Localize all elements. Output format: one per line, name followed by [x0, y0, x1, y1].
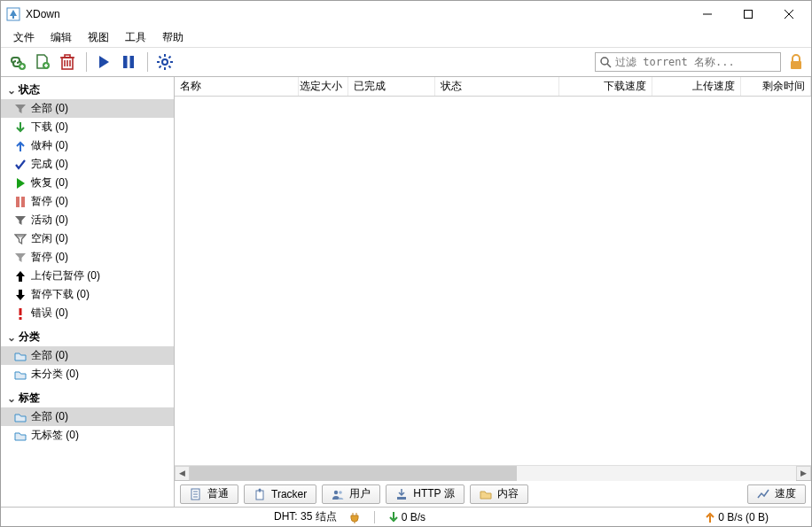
- chart-icon: [757, 488, 769, 500]
- menu-file[interactable]: 文件: [6, 28, 42, 47]
- search-box[interactable]: [595, 52, 781, 72]
- toolbar-separator: [147, 52, 148, 72]
- svg-point-19: [162, 59, 168, 65]
- sidebar-item[interactable]: 暂停下载 (0): [1, 285, 174, 304]
- minimize-button[interactable]: [687, 1, 728, 27]
- tab-http[interactable]: HTTP 源: [386, 484, 464, 504]
- svg-rect-18: [130, 56, 135, 68]
- horizontal-scrollbar[interactable]: ◀ ▶: [175, 465, 811, 480]
- column-name[interactable]: 名称: [175, 77, 299, 96]
- close-button[interactable]: [769, 1, 809, 27]
- column-selected-size[interactable]: 选定大小: [299, 77, 348, 96]
- arrow-up-icon: [706, 512, 714, 523]
- arrow-down-icon: [389, 512, 398, 523]
- svg-point-28: [601, 58, 608, 65]
- add-file-button[interactable]: [31, 50, 54, 74]
- svg-line-27: [168, 57, 170, 58]
- plug-icon: [349, 511, 360, 523]
- scroll-track[interactable]: [190, 466, 796, 481]
- sidebar-item-label: 全部 (0): [31, 409, 68, 424]
- status-up-text: 0 B/s (0 B): [718, 511, 769, 523]
- sidebar-item[interactable]: 无标签 (0): [1, 426, 174, 445]
- status-dht-text: DHT: 35 结点: [274, 509, 337, 524]
- sidebar-item[interactable]: 恢复 (0): [1, 174, 174, 192]
- sidebar-section-category[interactable]: ⌄ 分类: [1, 328, 174, 346]
- svg-line-24: [160, 57, 161, 58]
- document-icon: [190, 488, 202, 500]
- column-completed[interactable]: 已完成: [348, 77, 435, 96]
- sidebar-item[interactable]: 暂停 (0): [1, 248, 174, 267]
- sidebar-item[interactable]: 完成 (0): [1, 155, 174, 174]
- search-input[interactable]: [615, 56, 777, 68]
- tab-users[interactable]: 用户: [322, 484, 380, 504]
- scroll-left-button[interactable]: ◀: [175, 466, 190, 481]
- download-icon: [395, 488, 408, 500]
- tab-general[interactable]: 普通: [180, 484, 238, 504]
- status-down-text: 0 B/s: [402, 511, 426, 523]
- status-dht[interactable]: DHT: 35 结点: [274, 509, 360, 524]
- column-up-speed[interactable]: 上传速度: [652, 77, 741, 96]
- svg-rect-30: [791, 61, 801, 69]
- detail-tabs: 普通 Tracker 用户 HTTP 源 内容: [175, 480, 811, 507]
- sidebar-item[interactable]: 做种 (0): [1, 136, 174, 155]
- delete-button[interactable]: [56, 50, 79, 74]
- sidebar-item[interactable]: 暂停 (0): [1, 192, 174, 211]
- chevron-down-icon: ⌄: [6, 392, 17, 405]
- scroll-right-button[interactable]: ▶: [796, 466, 811, 481]
- folder-icon: [13, 410, 27, 424]
- sidebar-item[interactable]: 活动 (0): [1, 211, 174, 229]
- table-header: 名称 选定大小 已完成 状态 下载速度 上传速度 剩余时间: [175, 77, 811, 97]
- maximize-button[interactable]: [728, 1, 769, 27]
- resume-button[interactable]: [92, 50, 115, 74]
- sidebar-item[interactable]: 全部 (0): [1, 407, 174, 426]
- menu-tools[interactable]: 工具: [118, 28, 153, 47]
- pause-icon: [13, 195, 27, 209]
- sidebar-section-tags[interactable]: ⌄ 标签: [1, 389, 174, 407]
- filter-icon: [13, 102, 27, 116]
- sidebar-item-label: 活动 (0): [31, 213, 68, 228]
- menu-edit[interactable]: 编辑: [43, 28, 79, 47]
- statusbar: DHT: 35 结点 0 B/s 0 B/s (0 B): [1, 507, 811, 526]
- status-download-speed[interactable]: 0 B/s: [389, 511, 426, 523]
- folder-icon: [13, 368, 27, 382]
- pause-button[interactable]: [117, 50, 140, 74]
- tracker-icon: [254, 488, 266, 500]
- sidebar-section-status[interactable]: ⌄ 状态: [1, 81, 174, 99]
- tab-content[interactable]: 内容: [470, 484, 528, 504]
- tab-label: 用户: [349, 486, 371, 501]
- sidebar-item-label: 未分类 (0): [31, 367, 79, 382]
- scroll-thumb[interactable]: [190, 466, 517, 481]
- sidebar-item[interactable]: 下载 (0): [1, 118, 174, 136]
- svg-rect-31: [16, 197, 20, 207]
- arrow-up-bold-icon: [13, 269, 27, 283]
- sidebar-item[interactable]: 未分类 (0): [1, 365, 174, 384]
- sidebar-item-label: 全部 (0): [31, 101, 68, 116]
- exclaim-icon: [13, 306, 27, 321]
- svg-rect-34: [20, 308, 22, 315]
- menu-help[interactable]: 帮助: [155, 28, 191, 47]
- column-eta[interactable]: 剩余时间: [741, 77, 811, 96]
- sidebar-item[interactable]: 全部 (0): [1, 346, 174, 365]
- tab-label: 速度: [775, 486, 796, 501]
- tab-label: Tracker: [271, 488, 307, 500]
- main-area: 名称 选定大小 已完成 状态 下载速度 上传速度 剩余时间 ◀ ▶ 普通: [175, 77, 811, 507]
- folder-icon: [13, 429, 27, 443]
- sidebar-item[interactable]: 上传已暂停 (0): [1, 267, 174, 285]
- sidebar-item[interactable]: 错误 (0): [1, 304, 174, 322]
- sidebar-item[interactable]: 全部 (0): [1, 99, 174, 118]
- menu-view[interactable]: 视图: [81, 28, 116, 47]
- sidebar-item[interactable]: 空闲 (0): [1, 229, 174, 248]
- status-upload-speed[interactable]: 0 B/s (0 B): [706, 511, 769, 523]
- filter-icon: [13, 251, 27, 265]
- tab-tracker[interactable]: Tracker: [244, 484, 316, 504]
- sidebar-item-label: 无标签 (0): [31, 428, 79, 443]
- add-link-button[interactable]: [6, 50, 29, 74]
- sidebar-item-label: 暂停 (0): [31, 250, 68, 265]
- lock-icon[interactable]: [786, 52, 806, 72]
- settings-button[interactable]: [153, 50, 176, 74]
- column-status[interactable]: 状态: [435, 77, 559, 96]
- sidebar-item-label: 下载 (0): [31, 120, 68, 135]
- sidebar-item-label: 暂停下载 (0): [31, 287, 90, 302]
- column-down-speed[interactable]: 下载速度: [559, 77, 652, 96]
- tab-speed[interactable]: 速度: [747, 484, 806, 504]
